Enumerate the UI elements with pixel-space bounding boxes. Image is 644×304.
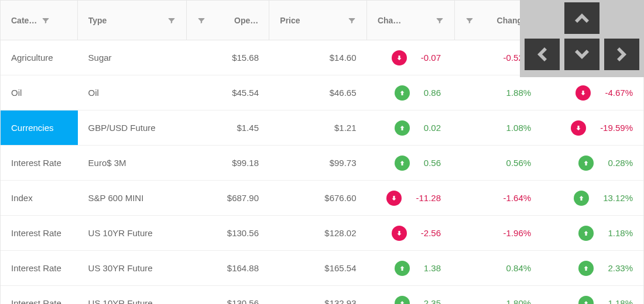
cell-category[interactable]: Currencies <box>1 110 78 145</box>
cell-open[interactable]: $1.45 <box>187 110 269 145</box>
nav-right-button[interactable] <box>604 39 639 70</box>
cell-open[interactable]: $45.54 <box>187 75 269 110</box>
chevron-up-icon <box>573 9 591 27</box>
cell-category[interactable]: Index <box>1 181 78 215</box>
cell-change[interactable]: 0.56 <box>367 146 455 180</box>
cell-change-year[interactable]: 13.12% <box>542 181 643 215</box>
cell-type[interactable]: US 30YR Future <box>78 251 187 285</box>
nav-left-button[interactable] <box>525 39 560 70</box>
nav-up-button[interactable] <box>564 2 600 34</box>
cell-type[interactable]: US 10YR Future <box>78 286 187 304</box>
cell-change-year[interactable]: -19.59% <box>542 110 643 145</box>
table-row[interactable]: IndexS&P 600 MINI$687.90$676.60-11.28-1.… <box>1 181 643 216</box>
filter-icon[interactable] <box>197 16 205 25</box>
cell-open[interactable]: $130.56 <box>187 286 269 304</box>
column-header-type[interactable]: Type <box>78 1 187 40</box>
cell-price[interactable]: $99.73 <box>269 146 367 180</box>
filter-icon[interactable] <box>436 16 444 25</box>
cell-change-pct[interactable]: -1.96% <box>455 216 542 250</box>
cell-text: -0.07 <box>421 53 441 63</box>
cell-change[interactable]: 2.35 <box>367 286 455 304</box>
cell-price[interactable]: $128.02 <box>269 216 367 250</box>
table-row[interactable]: OilOil$45.54$46.650.861.88%-4.67% <box>1 75 643 110</box>
cell-change[interactable]: -11.28 <box>367 181 455 215</box>
cell-type[interactable]: GBP/USD Future <box>78 110 187 145</box>
cell-change-pct[interactable]: -1.64% <box>455 181 542 215</box>
cell-text: Interest Rate <box>11 298 61 304</box>
filter-icon[interactable] <box>348 16 356 25</box>
cell-change-pct[interactable]: 0.84% <box>455 251 542 285</box>
filter-icon[interactable] <box>167 16 176 25</box>
table-row[interactable]: Interest RateEuro$ 3M$99.18$99.730.560.5… <box>1 146 643 181</box>
cell-price[interactable]: $676.60 <box>269 181 367 215</box>
cell-change-pct[interactable]: 1.08% <box>455 110 542 145</box>
cell-open[interactable]: $687.90 <box>187 181 269 215</box>
table-row[interactable]: Interest RateUS 10YR Future$130.56$128.0… <box>1 216 643 251</box>
cell-change-year[interactable]: 0.28% <box>542 146 643 180</box>
cell-category[interactable]: Interest Rate <box>1 146 78 180</box>
cell-type[interactable]: Oil <box>78 75 187 110</box>
arrow-down-icon <box>396 230 403 237</box>
cell-text: 0.84% <box>506 263 532 273</box>
cell-open[interactable]: $99.18 <box>187 146 269 180</box>
table-row[interactable]: Interest RateUS 30YR Future$164.88$165.5… <box>1 251 643 286</box>
cell-text: 0.56% <box>506 158 532 168</box>
cell-change-year[interactable]: 1.18% <box>542 286 643 304</box>
cell-category[interactable]: Interest Rate <box>1 251 78 285</box>
chevron-left-icon <box>533 45 551 64</box>
cell-open[interactable]: $130.56 <box>187 216 269 250</box>
cell-change-year[interactable]: 1.18% <box>542 216 643 250</box>
cell-change-year[interactable]: 2.33% <box>542 251 643 285</box>
cell-price[interactable]: $14.60 <box>269 40 367 75</box>
cell-category[interactable]: Oil <box>1 75 78 110</box>
cell-change[interactable]: -0.07 <box>367 40 455 75</box>
cell-change[interactable]: -2.56 <box>367 216 455 250</box>
cell-text: Sugar <box>88 53 112 63</box>
cell-change-pct[interactable]: 1.88% <box>455 75 542 110</box>
table-row[interactable]: Interest RateUS 10YR Future$130.56$132.9… <box>1 286 643 304</box>
cell-category[interactable]: Interest Rate <box>1 216 78 250</box>
cell-price[interactable]: $165.54 <box>269 251 367 285</box>
cell-change-year[interactable]: -4.67% <box>542 75 643 110</box>
cell-category[interactable]: Agriculture <box>1 40 78 75</box>
cell-change[interactable]: 0.02 <box>367 110 455 145</box>
cell-text: 2.35 <box>424 298 441 304</box>
cell-text: Oil <box>11 88 22 98</box>
filter-icon[interactable] <box>42 16 50 25</box>
column-header-change[interactable]: Cha… <box>367 1 455 40</box>
cell-text: Oil <box>88 88 99 98</box>
column-header-open[interactable]: Ope… <box>187 1 269 40</box>
cell-type[interactable]: US 10YR Future <box>78 216 187 250</box>
arrow-up-icon <box>578 195 585 202</box>
cell-open[interactable]: $164.88 <box>187 251 269 285</box>
cell-type[interactable]: Euro$ 3M <box>78 146 187 180</box>
table-row[interactable]: CurrenciesGBP/USD Future$1.45$1.210.021.… <box>1 110 643 146</box>
cell-type[interactable]: Sugar <box>78 40 187 75</box>
cell-change-pct[interactable]: 0.56% <box>455 146 542 180</box>
cell-type[interactable]: S&P 600 MINI <box>78 181 187 215</box>
cell-text: $130.56 <box>227 298 259 304</box>
cell-price[interactable]: $132.93 <box>269 286 367 304</box>
cell-text: -1.64% <box>503 193 532 203</box>
column-header-price[interactable]: Price <box>269 1 367 40</box>
cell-category[interactable]: Interest Rate <box>1 286 78 304</box>
nav-down-button[interactable] <box>564 39 600 70</box>
trend-badge <box>395 261 410 276</box>
arrow-up-icon <box>583 300 590 305</box>
cell-price[interactable]: $1.21 <box>269 110 367 145</box>
cell-change[interactable]: 0.86 <box>367 75 455 110</box>
cell-change-pct[interactable]: 1.80% <box>455 286 542 304</box>
cell-text: Agriculture <box>11 53 53 63</box>
cell-text: $165.54 <box>324 263 356 273</box>
trend-badge <box>578 156 594 171</box>
column-label: Ope… <box>234 16 258 25</box>
filter-icon[interactable] <box>465 16 474 25</box>
cell-price[interactable]: $46.65 <box>269 75 367 110</box>
arrow-up-icon <box>399 160 406 167</box>
column-header-category[interactable]: Cate… <box>1 1 78 40</box>
cell-change[interactable]: 1.38 <box>367 251 455 285</box>
cell-open[interactable]: $15.68 <box>187 40 269 75</box>
cell-text: 1.18% <box>608 228 633 238</box>
trend-badge <box>395 156 410 171</box>
cell-text: 1.88% <box>506 88 532 98</box>
